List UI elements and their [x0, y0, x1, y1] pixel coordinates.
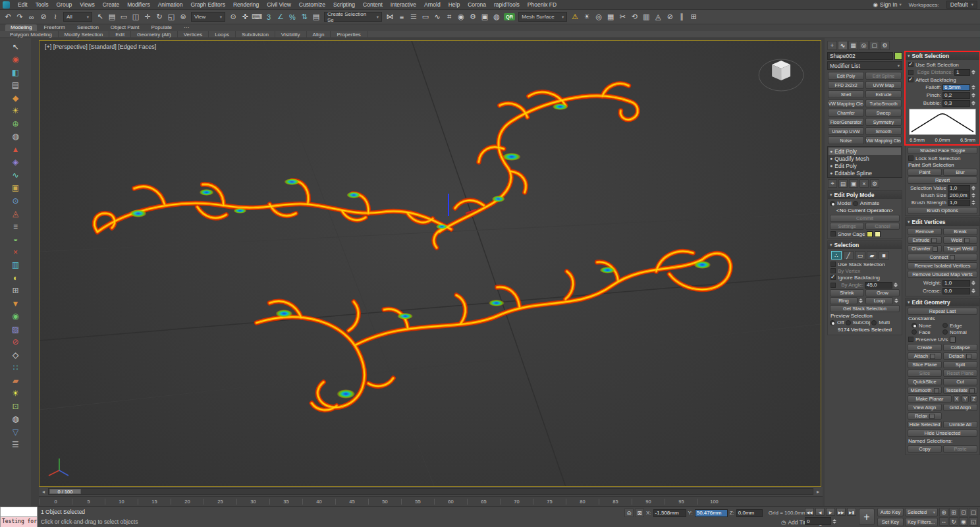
- ribbon-panel-title[interactable]: Align: [307, 31, 331, 38]
- edge-mode-icon[interactable]: ╱: [843, 251, 854, 260]
- reference-coordinate-select[interactable]: View▾: [191, 12, 225, 22]
- left-toolbar-icon[interactable]: ▥: [3, 259, 28, 272]
- modifier-set-button[interactable]: Edit Poly: [828, 72, 864, 80]
- percent-snap-icon[interactable]: %: [286, 11, 298, 22]
- menu-item[interactable]: Views: [76, 1, 99, 8]
- y-coordinate-field[interactable]: 50,476mm: [695, 509, 728, 517]
- modifier-set-button[interactable]: Sweep: [865, 109, 902, 117]
- left-toolbar-icon[interactable]: ▰: [3, 374, 28, 387]
- left-toolbar-icon[interactable]: ▨: [3, 323, 28, 336]
- menu-item[interactable]: Arnold: [420, 1, 445, 8]
- paint-spinner[interactable]: Selection Value 1,0: [906, 184, 979, 192]
- menu-item[interactable]: Animation: [154, 1, 187, 8]
- modifier-stack-item[interactable]: ● Edit Poly: [829, 162, 901, 169]
- left-toolbar-icon[interactable]: ↖: [3, 40, 28, 53]
- mirror-icon[interactable]: ⋈: [384, 11, 396, 22]
- left-toolbar-icon[interactable]: ◈: [3, 156, 28, 169]
- cancel-button[interactable]: Cancel: [865, 223, 900, 230]
- left-toolbar-icon[interactable]: ◐: [3, 271, 28, 285]
- object-name-field[interactable]: Shape002: [827, 52, 893, 60]
- named-selection-button[interactable]: Paste: [943, 445, 977, 453]
- edit-geometry-button[interactable]: MSmooth: [908, 387, 942, 394]
- left-toolbar-icon[interactable]: ⊞: [3, 285, 28, 298]
- configure-modifier-sets-icon[interactable]: ⚙: [870, 179, 879, 188]
- sign-in-button[interactable]: ◉Sign In▾: [873, 1, 902, 8]
- left-toolbar-icon[interactable]: ▲: [3, 143, 28, 156]
- toolbar-icon[interactable]: ⊘: [664, 11, 676, 22]
- edit-vertices-header[interactable]: ▾Edit Vertices: [906, 218, 979, 226]
- left-toolbar-icon[interactable]: ☀: [3, 105, 28, 118]
- modifier-list-dropdown[interactable]: Modifier List▾: [827, 61, 902, 70]
- isolate-selection-icon[interactable]: ⊙: [624, 509, 634, 517]
- menu-item[interactable]: Civil View: [263, 1, 295, 8]
- add-button[interactable]: +: [859, 509, 875, 525]
- constraint-radio[interactable]: None: [912, 322, 942, 329]
- rendered-frame-icon[interactable]: ▣: [479, 11, 491, 22]
- shaded-face-toggle-button[interactable]: Shaded Face Toggle: [908, 147, 977, 154]
- edit-geometry-button[interactable]: Make Planar: [908, 395, 952, 402]
- left-toolbar-icon[interactable]: ⊘: [3, 336, 28, 349]
- material-editor-icon[interactable]: ◉: [455, 11, 467, 22]
- visibility-bulb-icon[interactable]: ●: [830, 156, 832, 161]
- ribbon-panel-title[interactable]: Edit: [109, 31, 131, 38]
- time-slider-right-arrow[interactable]: ▸: [815, 489, 821, 495]
- menu-item[interactable]: Interactive: [387, 1, 420, 8]
- repeat-last-button[interactable]: Repeat Last: [908, 308, 977, 315]
- modifier-set-button[interactable]: Unwrap UVW: [828, 127, 864, 135]
- selection-checkbox[interactable]: Ignore Backfacing: [829, 274, 901, 281]
- modifier-set-button[interactable]: Shell: [828, 90, 864, 98]
- redo-icon[interactable]: ↷: [14, 11, 26, 22]
- left-toolbar-icon[interactable]: ◉: [3, 53, 28, 67]
- named-selection-set-input[interactable]: Create Selection Se▾: [324, 12, 382, 22]
- edit-geometry-button[interactable]: Detach: [943, 352, 977, 360]
- make-unique-icon[interactable]: ▣: [849, 179, 858, 188]
- render-icon[interactable]: ◍: [491, 11, 503, 22]
- create-tab[interactable]: +: [827, 41, 837, 50]
- left-toolbar-icon[interactable]: ☰: [3, 439, 28, 452]
- edit-geometry-button[interactable]: Slice: [908, 370, 942, 377]
- menu-item[interactable]: Modifiers: [123, 1, 153, 8]
- use-soft-selection-checkbox[interactable]: Use Soft Selection: [906, 61, 979, 68]
- ribbon-panel-title[interactable]: Geometry (All): [131, 31, 178, 38]
- window-crossing-icon[interactable]: ◫: [130, 11, 142, 22]
- ribbon-tab[interactable]: Object Paint: [105, 24, 145, 31]
- menu-item[interactable]: Edit: [14, 1, 32, 8]
- menu-item[interactable]: Rendering: [229, 1, 263, 8]
- edit-geometry-button[interactable]: Y: [962, 395, 969, 402]
- named-sets-icon[interactable]: ▤: [310, 11, 322, 22]
- ribbon-panel-title[interactable]: Properties: [331, 31, 367, 38]
- lock-soft-selection-checkbox[interactable]: Lock Soft Selection: [906, 155, 979, 161]
- edit-geometry-button[interactable]: Hide Selected: [908, 421, 942, 428]
- preview-selection-radio[interactable]: SubObj: [846, 319, 871, 325]
- x-coordinate-field[interactable]: -1,508mm: [653, 509, 686, 517]
- loop-button[interactable]: Loop: [865, 297, 893, 304]
- edit-geometry-button[interactable]: QuickSlice: [908, 378, 942, 385]
- edit-geometry-button[interactable]: Reset Plane: [943, 370, 977, 377]
- left-toolbar-icon[interactable]: ▽: [3, 426, 28, 439]
- modifier-set-button[interactable]: UVW Mapping Clear: [865, 136, 902, 144]
- time-slider-handle[interactable]: 0 / 100: [49, 489, 81, 494]
- select-link-icon[interactable]: ∞: [26, 11, 38, 22]
- bubble-spinner[interactable]: Bubble: 0,3: [906, 99, 979, 107]
- time-slider[interactable]: ◂ 0 / 100 ▸: [39, 487, 823, 496]
- left-toolbar-icon[interactable]: ◒: [3, 233, 28, 246]
- visibility-bulb-icon[interactable]: ●: [830, 149, 832, 153]
- left-toolbar-icon[interactable]: ◉: [3, 310, 28, 323]
- edit-geometry-button[interactable]: Relax: [908, 412, 942, 420]
- modifier-stack-item[interactable]: ● Quadify Mesh: [829, 155, 901, 162]
- go-to-start-icon[interactable]: ◀◀: [805, 508, 814, 516]
- soft-selection-header[interactable]: ▾Soft Selection: [906, 52, 979, 60]
- revert-button[interactable]: Revert: [908, 177, 977, 184]
- z-coordinate-field[interactable]: 0,0mm: [736, 509, 763, 517]
- shrink-button[interactable]: Shrink: [830, 289, 864, 296]
- select-scale-icon[interactable]: ◱: [165, 11, 177, 22]
- edit-vertices-button[interactable]: Remove Isolated Vertices: [908, 262, 977, 269]
- modifier-set-button[interactable]: Smooth: [865, 127, 902, 135]
- ring-button[interactable]: Ring: [830, 297, 858, 304]
- constraint-radio[interactable]: Normal: [942, 329, 973, 335]
- left-toolbar-icon[interactable]: ▼: [3, 297, 28, 310]
- edit-geometry-button[interactable]: Slice Plane: [908, 361, 942, 368]
- viewport-label[interactable]: [+] [Perspective] [Standard] [Edged Face…: [45, 43, 156, 50]
- render-setup-icon[interactable]: ⚙: [467, 11, 479, 22]
- toolbar-icon[interactable]: ◬: [652, 11, 664, 22]
